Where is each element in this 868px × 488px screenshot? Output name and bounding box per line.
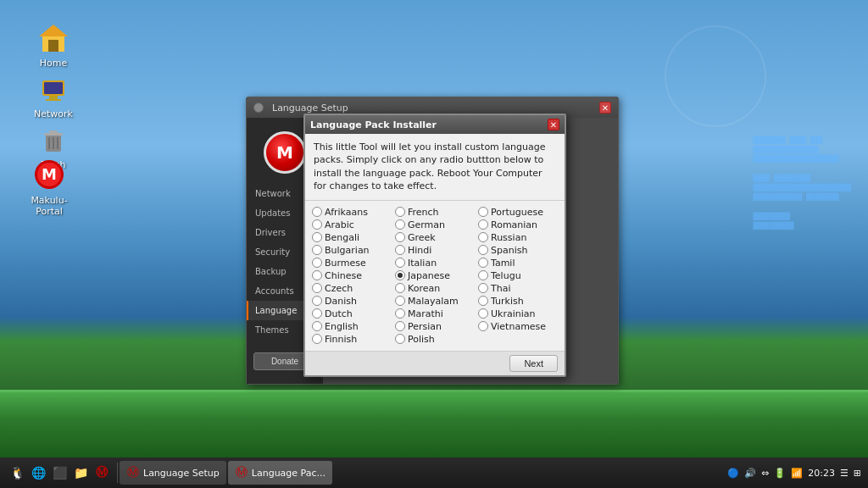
svg-rect-5 bbox=[49, 96, 58, 99]
lang-tamil[interactable]: Tamil bbox=[478, 257, 558, 269]
lpi-close-button[interactable]: ✕ bbox=[548, 119, 559, 130]
radio-japanese[interactable] bbox=[395, 270, 405, 280]
lang-spanish[interactable]: Spanish bbox=[478, 244, 558, 257]
lang-name-russian: Russian bbox=[491, 232, 526, 243]
radio-hindi[interactable] bbox=[395, 245, 405, 255]
taskbar-app-language-pac[interactable]: Ⓜ Language Pac... bbox=[228, 461, 332, 485]
radio-greek[interactable] bbox=[395, 232, 405, 242]
globe-decoration bbox=[665, 25, 766, 127]
radio-czech[interactable] bbox=[312, 283, 322, 293]
svg-text:M: M bbox=[42, 165, 57, 183]
taskbar-penguin[interactable]: 🐧 bbox=[7, 463, 27, 483]
lang-ukrainian[interactable]: Ukrainian bbox=[478, 308, 558, 320]
lang-burmese[interactable]: Burmese bbox=[312, 257, 392, 269]
language-grid: Afrikaans Arabic Bengali Bulgarian Burme… bbox=[312, 206, 558, 346]
radio-malayalam[interactable] bbox=[395, 296, 405, 306]
sys-icon-grid[interactable]: ⊞ bbox=[854, 468, 861, 479]
minimize-button[interactable] bbox=[253, 103, 264, 113]
sys-icon-menu[interactable]: ☰ bbox=[840, 468, 849, 479]
radio-burmese[interactable] bbox=[312, 258, 322, 268]
radio-french[interactable] bbox=[395, 207, 405, 217]
radio-russian[interactable] bbox=[478, 232, 488, 242]
lang-malayalam[interactable]: Malayalam bbox=[395, 295, 475, 308]
sys-icon-network: 📶 bbox=[791, 468, 803, 479]
radio-persian[interactable] bbox=[395, 321, 405, 331]
lang-danish[interactable]: Danish bbox=[312, 295, 392, 308]
radio-korean[interactable] bbox=[395, 283, 405, 293]
lang-german[interactable]: German bbox=[395, 219, 475, 231]
radio-english[interactable] bbox=[312, 321, 322, 331]
lang-russian[interactable]: Russian bbox=[478, 231, 558, 244]
radio-polish[interactable] bbox=[395, 334, 405, 344]
lang-finnish[interactable]: Finnish bbox=[312, 333, 392, 346]
desktop-icon-network[interactable]: Network bbox=[24, 68, 83, 123]
lang-persian[interactable]: Persian bbox=[395, 320, 475, 333]
taskbar-app-language-setup[interactable]: Ⓜ Language Setup bbox=[120, 461, 226, 485]
lang-bengali[interactable]: Bengali bbox=[312, 231, 392, 244]
lang-name-marathi: Marathi bbox=[408, 308, 443, 319]
lang-portuguese[interactable]: Portuguese bbox=[478, 206, 558, 219]
radio-vietnamese[interactable] bbox=[478, 321, 488, 331]
radio-italian[interactable] bbox=[395, 258, 405, 268]
lang-thai[interactable]: Thai bbox=[478, 282, 558, 295]
svg-rect-8 bbox=[44, 133, 63, 136]
lang-czech[interactable]: Czech bbox=[312, 282, 392, 295]
radio-spanish[interactable] bbox=[478, 245, 488, 255]
radio-telugu[interactable] bbox=[478, 270, 488, 280]
lang-name-burmese: Burmese bbox=[325, 258, 366, 269]
lang-arabic[interactable]: Arabic bbox=[312, 219, 392, 231]
radio-bulgarian[interactable] bbox=[312, 245, 322, 255]
radio-thai[interactable] bbox=[478, 283, 488, 293]
lang-italian[interactable]: Italian bbox=[395, 257, 475, 269]
lang-hindi[interactable]: Hindi bbox=[395, 244, 475, 257]
lpi-titlebar[interactable]: Language Pack Installer ✕ bbox=[305, 115, 565, 134]
radio-turkish[interactable] bbox=[478, 296, 488, 306]
lang-name-czech: Czech bbox=[325, 283, 353, 294]
desktop-icon-makulu[interactable]: M Makulu-Portal bbox=[15, 154, 83, 220]
taskbar-makulu-launch[interactable]: Ⓜ bbox=[92, 463, 112, 483]
lang-english[interactable]: English bbox=[312, 320, 392, 333]
close-button[interactable]: ✕ bbox=[599, 102, 611, 114]
radio-tamil[interactable] bbox=[478, 258, 488, 268]
lang-turkish[interactable]: Turkish bbox=[478, 295, 558, 308]
taskbar-browser[interactable]: 🌐 bbox=[28, 463, 48, 483]
lang-bulgarian[interactable]: Bulgarian bbox=[312, 244, 392, 257]
radio-dutch[interactable] bbox=[312, 308, 322, 319]
sys-icon-battery: 🔋 bbox=[774, 468, 786, 479]
radio-portuguese[interactable] bbox=[478, 207, 488, 217]
taskbar-files[interactable]: 📁 bbox=[70, 463, 91, 483]
radio-german[interactable] bbox=[395, 219, 405, 230]
lang-romanian[interactable]: Romanian bbox=[478, 219, 558, 231]
lang-telugu[interactable]: Telugu bbox=[478, 269, 558, 282]
next-button[interactable]: Next bbox=[509, 355, 558, 372]
svg-rect-4 bbox=[44, 82, 63, 94]
radio-chinese[interactable] bbox=[312, 270, 322, 280]
lang-marathi[interactable]: Marathi bbox=[395, 308, 475, 320]
radio-arabic[interactable] bbox=[312, 219, 322, 230]
lang-dutch[interactable]: Dutch bbox=[312, 308, 392, 320]
lpi-footer: Next bbox=[305, 351, 565, 375]
lang-afrikaans[interactable]: Afrikaans bbox=[312, 206, 392, 219]
lang-korean[interactable]: Korean bbox=[395, 282, 475, 295]
radio-bengali[interactable] bbox=[312, 232, 322, 242]
taskbar-terminal[interactable]: ⬛ bbox=[49, 463, 70, 483]
radio-romanian[interactable] bbox=[478, 219, 488, 230]
sys-time: 20:23 bbox=[808, 468, 835, 479]
lang-japanese[interactable]: Japanese bbox=[395, 269, 475, 282]
lang-greek[interactable]: Greek bbox=[395, 231, 475, 244]
lang-name-hindi: Hindi bbox=[408, 245, 431, 256]
lang-chinese[interactable]: Chinese bbox=[312, 269, 392, 282]
lang-name-turkish: Turkish bbox=[491, 296, 524, 307]
lang-name-danish: Danish bbox=[325, 296, 357, 307]
app-icon-language-pac: Ⓜ bbox=[235, 466, 248, 480]
lang-vietnamese[interactable]: Vietnamese bbox=[478, 320, 558, 333]
radio-afrikaans[interactable] bbox=[312, 207, 322, 217]
desktop-grass bbox=[0, 390, 868, 458]
radio-danish[interactable] bbox=[312, 296, 322, 306]
radio-marathi[interactable] bbox=[395, 308, 405, 319]
lang-french[interactable]: French bbox=[395, 206, 475, 219]
desktop-icon-home[interactable]: Home bbox=[24, 17, 83, 72]
lang-polish[interactable]: Polish bbox=[395, 333, 475, 346]
radio-finnish[interactable] bbox=[312, 334, 322, 344]
radio-ukrainian[interactable] bbox=[478, 308, 488, 319]
